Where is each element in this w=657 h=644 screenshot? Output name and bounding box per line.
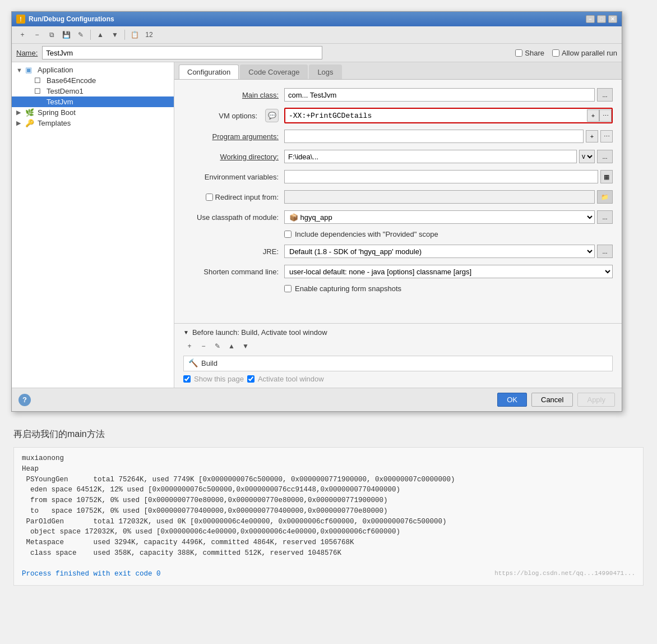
tab-logs[interactable]: Logs [309,65,341,79]
classpath-browse-button[interactable]: ... [597,210,613,224]
config-tree: ▼ ▣ Application ☐ Base64Encode ☐ TestDem… [12,62,174,388]
main-class-input[interactable] [284,88,595,102]
below-dialog-section: 再启动我们的main方法 muxiaonong Heap PSYoungGen … [11,429,646,586]
vm-options-extra-button[interactable]: ⋯ [599,109,612,122]
vm-options-input[interactable] [285,109,587,122]
tree-item-testjvm[interactable]: TestJvm [12,96,174,107]
program-args-field: + ⋯ [284,130,613,143]
vm-options-label: VM options: [219,112,263,120]
footer-left: ? [18,394,31,406]
include-deps-row: Include dependencies with "Provided" sco… [284,230,613,238]
include-deps-label[interactable]: Include dependencies with "Provided" sco… [295,230,438,238]
templates-icon: 🔑 [25,119,35,127]
build-list-item: 🔨 Build [188,358,608,367]
name-bar: Name: Share Allow parallel run [12,44,622,62]
vm-options-help-bubble[interactable]: 💬 [265,109,279,122]
share-checkbox-label[interactable]: Share [515,49,544,57]
move-down-button[interactable]: ▼ [109,29,121,41]
working-dir-label[interactable]: Working directory: [183,153,284,161]
parallel-checkbox[interactable] [552,49,559,57]
tab-code-coverage[interactable]: Code Coverage [240,65,308,79]
include-deps-checkbox[interactable] [284,231,292,238]
below-section-title: 再启动我们的main方法 [13,429,644,440]
tree-item-base64encode[interactable]: ☐ Base64Encode [12,75,174,86]
close-button[interactable]: ✕ [608,15,617,23]
working-dir-input[interactable] [284,150,577,163]
edit-config-button[interactable]: ✎ [75,29,87,41]
toggle-templates: ▶ [16,119,25,127]
main-class-label[interactable]: Main class: [183,91,284,99]
before-launch-title: Before launch: Build, Activate tool wind… [192,328,327,337]
program-args-input[interactable] [284,130,584,143]
main-class-browse-button[interactable]: ... [597,88,613,102]
working-dir-row: Working directory: v ... [183,149,613,164]
tree-item-application[interactable]: ▼ ▣ Application [12,65,174,75]
numbering-button[interactable]: 12 [143,29,155,41]
sort-button[interactable]: 📋 [128,29,141,41]
env-vars-label: Environment variables: [183,173,284,181]
before-launch-add-button[interactable]: + [183,340,196,352]
config-icon-base64: ☐ [34,76,44,85]
enable-snapshots-checkbox[interactable] [284,285,292,292]
share-checkbox[interactable] [515,49,522,57]
jre-browse-button[interactable]: ... [597,245,613,258]
classpath-select[interactable]: 📦 hgyq_app [284,210,595,224]
ok-button[interactable]: OK [497,393,527,407]
testjvm-label: TestJvm [47,98,73,106]
move-up-button[interactable]: ▲ [94,29,107,41]
jre-label: JRE: [183,247,284,256]
config-icon-testdemo: ☐ [34,87,44,95]
help-button[interactable]: ? [18,394,31,406]
shorten-cmd-label: Shorten command line: [183,268,284,276]
minimize-button[interactable]: − [586,15,595,23]
working-dir-field: v ... [284,150,613,163]
classpath-row: Use classpath of module: 📦 hgyq_app ... [183,210,613,224]
name-options: Share Allow parallel run [515,49,617,57]
enable-snapshots-label[interactable]: Enable capturing form snapshots [295,284,401,293]
working-dir-dropdown[interactable]: v [579,150,595,163]
save-config-button[interactable]: 💾 [60,29,72,41]
copy-config-button[interactable]: ⧉ [45,29,58,41]
env-vars-input[interactable] [284,170,598,183]
classpath-label: Use classpath of module: [183,213,284,222]
springboot-label: Spring Boot [38,108,76,117]
shorten-cmd-field: user-local default: none - java [options… [284,265,613,278]
env-vars-edit-button[interactable]: ▦ [600,170,613,183]
remove-config-button[interactable]: − [31,29,43,41]
show-page-label: Show this page [194,375,244,383]
redirect-browse-button[interactable]: 📁 [597,190,613,204]
show-page-checkbox[interactable] [183,375,191,383]
parallel-checkbox-label[interactable]: Allow parallel run [552,49,617,57]
before-launch-edit-button[interactable]: ✎ [211,340,224,352]
activate-window-checkbox[interactable] [247,375,255,383]
dialog-title: Run/Debug Configurations [29,15,114,23]
redirect-checkbox[interactable] [206,194,213,201]
jre-select[interactable]: Default (1.8 - SDK of 'hgyq_app' module) [284,245,595,258]
tree-item-templates[interactable]: ▶ 🔑 Templates [12,118,174,128]
before-launch-remove-button[interactable]: − [197,340,210,352]
apply-button[interactable]: Apply [577,393,615,407]
main-class-field: ... [284,88,613,102]
program-args-extra-button[interactable]: ⋯ [600,130,613,142]
program-args-add-button[interactable]: + [586,130,598,142]
program-args-label[interactable]: Program arguments: [183,132,284,141]
name-label[interactable]: Name: [16,49,38,57]
before-launch-section: ▼ Before launch: Build, Activate tool wi… [174,323,622,388]
before-launch-up-button[interactable]: ▲ [225,340,238,352]
name-input[interactable] [42,46,322,59]
working-dir-browse-button[interactable]: ... [597,150,613,163]
before-launch-toggle[interactable]: ▼ [183,329,189,335]
redirect-input-input[interactable] [284,190,595,204]
springboot-icon: 🌿 [25,108,35,117]
dialog-body: ▼ ▣ Application ☐ Base64Encode ☐ TestDem… [12,62,622,388]
vm-options-label-area: VM options: 💬 [183,109,284,122]
cancel-button[interactable]: Cancel [531,393,573,407]
shorten-cmd-select[interactable]: user-local default: none - java [options… [284,265,613,278]
before-launch-down-button[interactable]: ▼ [239,340,252,352]
vm-options-expand-button[interactable]: + [587,109,599,122]
tree-item-springboot[interactable]: ▶ 🌿 Spring Boot [12,107,174,118]
tab-configuration[interactable]: Configuration [179,65,239,79]
maximize-button[interactable]: □ [597,15,606,23]
tree-item-testdemo1[interactable]: ☐ TestDemo1 [12,86,174,96]
add-config-button[interactable]: + [16,29,29,41]
